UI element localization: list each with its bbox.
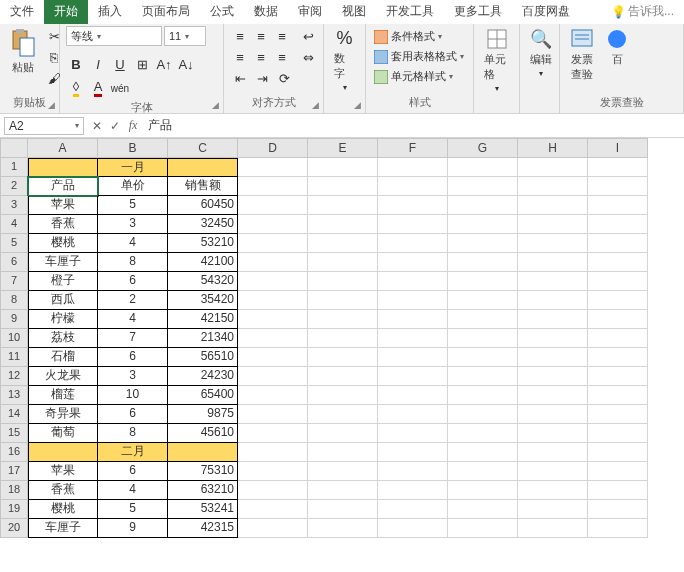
cell[interactable] — [378, 215, 448, 234]
cell[interactable] — [378, 234, 448, 253]
cell[interactable] — [308, 215, 378, 234]
tab-page-layout[interactable]: 页面布局 — [132, 0, 200, 24]
cell[interactable] — [448, 424, 518, 443]
cell[interactable] — [588, 443, 648, 462]
cell[interactable] — [588, 348, 648, 367]
cell[interactable] — [168, 158, 238, 177]
cell[interactable]: 橙子 — [28, 272, 98, 291]
cell[interactable] — [448, 215, 518, 234]
cell[interactable]: 6 — [98, 348, 168, 367]
cell[interactable] — [448, 272, 518, 291]
underline-button[interactable]: U — [110, 54, 130, 74]
tab-file[interactable]: 文件 — [0, 0, 44, 24]
cell[interactable]: 75310 — [168, 462, 238, 481]
cell[interactable] — [308, 291, 378, 310]
cell[interactable] — [308, 519, 378, 538]
cell[interactable] — [308, 158, 378, 177]
cell[interactable] — [238, 329, 308, 348]
cell[interactable] — [588, 253, 648, 272]
cell[interactable] — [238, 405, 308, 424]
cell[interactable] — [308, 367, 378, 386]
cell[interactable]: 车厘子 — [28, 253, 98, 272]
cell[interactable]: 奇异果 — [28, 405, 98, 424]
cell[interactable] — [308, 405, 378, 424]
increase-font-button[interactable]: A↑ — [154, 54, 174, 74]
cell[interactable] — [448, 329, 518, 348]
cell[interactable]: 樱桃 — [28, 500, 98, 519]
cell[interactable] — [518, 424, 588, 443]
cell[interactable] — [238, 348, 308, 367]
cell[interactable]: 3 — [98, 367, 168, 386]
cell[interactable] — [518, 329, 588, 348]
cell[interactable] — [378, 348, 448, 367]
column-header[interactable]: E — [308, 138, 378, 158]
cell[interactable]: 5 — [98, 196, 168, 215]
cell[interactable]: 9875 — [168, 405, 238, 424]
cell[interactable]: 54320 — [168, 272, 238, 291]
conditional-formatting-button[interactable]: 条件格式▾ — [372, 28, 466, 45]
cell[interactable] — [28, 158, 98, 177]
cell[interactable] — [588, 234, 648, 253]
cell[interactable]: 4 — [98, 310, 168, 329]
cell[interactable]: 8 — [98, 253, 168, 272]
cell[interactable]: 4 — [98, 481, 168, 500]
cell[interactable]: 53241 — [168, 500, 238, 519]
tab-formulas[interactable]: 公式 — [200, 0, 244, 24]
cell[interactable]: 42150 — [168, 310, 238, 329]
cell[interactable] — [588, 272, 648, 291]
cell[interactable] — [518, 272, 588, 291]
cell[interactable] — [378, 405, 448, 424]
align-middle-button[interactable]: ≡ — [251, 26, 271, 46]
cell[interactable] — [518, 291, 588, 310]
cell[interactable] — [588, 291, 648, 310]
cell[interactable]: 24230 — [168, 367, 238, 386]
align-left-button[interactable]: ≡ — [230, 47, 250, 67]
cell[interactable] — [378, 253, 448, 272]
cell[interactable] — [518, 310, 588, 329]
align-right-button[interactable]: ≡ — [272, 47, 292, 67]
cell[interactable]: 石榴 — [28, 348, 98, 367]
cell[interactable] — [308, 500, 378, 519]
cell[interactable] — [448, 386, 518, 405]
tab-developer[interactable]: 开发工具 — [376, 0, 444, 24]
cell[interactable] — [378, 462, 448, 481]
cell[interactable] — [378, 367, 448, 386]
cell[interactable] — [448, 196, 518, 215]
tab-baidu-netdisk[interactable]: 百度网盘 — [512, 0, 580, 24]
cell[interactable]: 53210 — [168, 234, 238, 253]
cell[interactable] — [238, 424, 308, 443]
cell[interactable] — [308, 386, 378, 405]
row-header[interactable]: 12 — [0, 367, 28, 386]
cell[interactable] — [448, 234, 518, 253]
cell[interactable] — [238, 196, 308, 215]
cell[interactable] — [448, 405, 518, 424]
cell[interactable] — [308, 234, 378, 253]
bold-button[interactable]: B — [66, 54, 86, 74]
baidu-button[interactable]: 百 — [602, 26, 632, 69]
cell[interactable]: 二月 — [98, 443, 168, 462]
cell[interactable] — [238, 291, 308, 310]
row-header[interactable]: 13 — [0, 386, 28, 405]
cell[interactable]: 8 — [98, 424, 168, 443]
select-all-button[interactable] — [0, 138, 28, 158]
align-center-button[interactable]: ≡ — [251, 47, 271, 67]
cell[interactable] — [588, 386, 648, 405]
cell[interactable]: 7 — [98, 329, 168, 348]
decrease-font-button[interactable]: A↓ — [176, 54, 196, 74]
cell[interactable] — [238, 519, 308, 538]
cell[interactable]: 苹果 — [28, 462, 98, 481]
cell[interactable]: 6 — [98, 462, 168, 481]
column-header[interactable]: A — [28, 138, 98, 158]
tab-review[interactable]: 审阅 — [288, 0, 332, 24]
cell[interactable] — [378, 443, 448, 462]
invoice-check-button[interactable]: 发票 查验 — [566, 26, 598, 84]
row-header[interactable]: 2 — [0, 177, 28, 196]
cell[interactable]: 榴莲 — [28, 386, 98, 405]
cell[interactable] — [238, 177, 308, 196]
cell[interactable] — [588, 177, 648, 196]
cell[interactable] — [238, 367, 308, 386]
cell[interactable] — [238, 481, 308, 500]
cell[interactable] — [588, 462, 648, 481]
cell[interactable] — [448, 500, 518, 519]
cell[interactable]: 柠檬 — [28, 310, 98, 329]
